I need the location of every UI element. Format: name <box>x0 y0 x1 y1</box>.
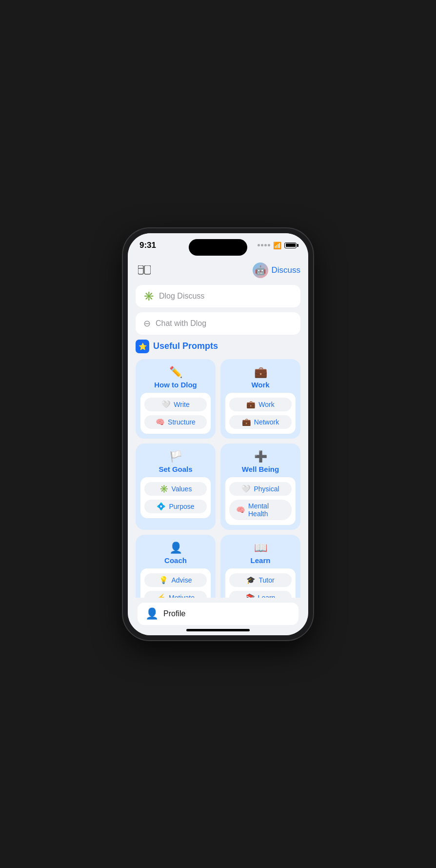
write-button[interactable]: 🤍 Write <box>144 398 207 411</box>
pencil-icon: ✏️ <box>169 366 182 379</box>
card-buttons: 🤍 Write 🧠 Structure <box>140 393 211 434</box>
dlog-discuss-search[interactable]: ✳️ Dlog Discuss <box>136 285 300 307</box>
profile-icon: 👤 <box>145 607 159 620</box>
card-header: 🏳️ Set Goals <box>140 450 211 473</box>
learn-card[interactable]: 📖 Learn 🎓 Tutor 📚 Learn <box>220 535 300 598</box>
chat-placeholder: Chat with Dlog <box>156 319 206 328</box>
card-title: Well Being <box>242 465 279 473</box>
discuss-button[interactable]: 🤖 Discuss <box>253 262 300 278</box>
prompts-grid: ✏️ How to Dlog 🤍 Write 🧠 Structure <box>136 359 300 598</box>
work-label: Work <box>258 401 274 408</box>
motivate-label: Motivate <box>169 594 195 598</box>
bottom-bar: 👤 Profile <box>128 598 308 635</box>
phone-screen: 9:31 📶 <box>128 233 308 635</box>
tutor-label: Tutor <box>258 576 274 584</box>
card-header: ➕ Well Being <box>225 450 296 473</box>
discuss-avatar: 🤖 <box>253 262 268 278</box>
card-header: 👤 Coach <box>140 542 211 565</box>
home-indicator <box>186 629 250 631</box>
status-icons: 📶 <box>258 242 297 249</box>
card-title: Coach <box>164 556 187 565</box>
brain-icon: 🧠 <box>236 505 245 514</box>
section-title: Useful Prompts <box>153 341 218 351</box>
work-card[interactable]: 💼 Work 💼 Work 💼 Network <box>220 359 300 439</box>
discuss-label: Discuss <box>271 265 300 275</box>
mental-health-label: Mental Health <box>248 502 285 518</box>
briefcase-icon: 💼 <box>254 366 267 379</box>
battery-icon <box>284 242 297 248</box>
card-title: Set Goals <box>159 465 192 473</box>
status-time: 9:31 <box>139 241 156 250</box>
card-title: Work <box>251 381 269 389</box>
dynamic-island <box>189 239 247 256</box>
chat-search[interactable]: ⊖ Chat with Dlog <box>136 312 300 335</box>
work-button[interactable]: 💼 Work <box>229 398 292 411</box>
card-buttons: 🎓 Tutor 📚 Learn <box>225 568 296 598</box>
purpose-label: Purpose <box>169 503 194 510</box>
books-icon: 📚 <box>246 593 255 598</box>
network-button[interactable]: 💼 Network <box>229 415 292 429</box>
medical-icon: ➕ <box>254 450 267 463</box>
flag-icon: 🏳️ <box>169 450 182 463</box>
card-title: How to Dlog <box>154 381 197 389</box>
svg-rect-1 <box>144 265 151 274</box>
card-buttons: 💼 Work 💼 Network <box>225 393 296 434</box>
sidebar-toggle-button[interactable] <box>136 262 153 279</box>
phone-frame: 9:31 📶 <box>123 228 313 640</box>
learn-label: Learn <box>258 594 276 598</box>
card-buttons: 💡 Advise ⚡ Motivate <box>140 568 211 598</box>
well-being-card[interactable]: ➕ Well Being 🤍 Physical 🧠 Mental Health <box>220 444 300 530</box>
top-bar: 🤖 Discuss <box>136 258 300 285</box>
structure-label: Structure <box>168 418 196 426</box>
tutor-button[interactable]: 🎓 Tutor <box>229 573 292 587</box>
card-header: 📖 Learn <box>225 542 296 565</box>
structure-button[interactable]: 🧠 Structure <box>144 415 207 429</box>
mental-health-button[interactable]: 🧠 Mental Health <box>229 500 292 520</box>
card-header: 💼 Work <box>225 366 296 389</box>
set-goals-card[interactable]: 🏳️ Set Goals ✳️ Values 💠 Purpose <box>136 444 216 530</box>
card-buttons: ✳️ Values 💠 Purpose <box>140 477 211 518</box>
learn-button[interactable]: 📚 Learn <box>229 591 292 598</box>
status-bar: 9:31 📶 <box>128 233 308 258</box>
network-icon: 💼 <box>242 418 251 426</box>
brain-icon: 🧠 <box>156 418 165 426</box>
profile-row[interactable]: 👤 Profile <box>138 603 298 625</box>
lightbulb-icon: 💡 <box>159 576 168 585</box>
advise-button[interactable]: 💡 Advise <box>144 573 207 587</box>
star-icon: ⭐ <box>136 340 149 353</box>
physical-button[interactable]: 🤍 Physical <box>229 482 292 496</box>
app-content[interactable]: 🤖 Discuss ✳️ Dlog Discuss ⊖ Chat with Dl… <box>128 258 308 598</box>
values-button[interactable]: ✳️ Values <box>144 482 207 496</box>
useful-prompts-header: ⭐ Useful Prompts <box>136 340 300 353</box>
dlog-discuss-placeholder: Dlog Discuss <box>159 292 204 301</box>
signal-icon <box>258 244 270 246</box>
heart-icon: 🤍 <box>241 484 251 493</box>
coach-card[interactable]: 👤 Coach 💡 Advise ⚡ Motivate <box>136 535 216 598</box>
chat-icon: ⊖ <box>143 318 151 329</box>
advise-label: Advise <box>171 576 192 584</box>
graduation-icon: 🎓 <box>246 576 256 585</box>
briefcase-icon: 💼 <box>246 400 256 409</box>
network-label: Network <box>254 418 279 426</box>
coach-icon: 👤 <box>169 542 182 554</box>
lightning-icon: ⚡ <box>157 593 166 598</box>
wifi-icon: 📶 <box>273 242 281 249</box>
values-label: Values <box>172 485 192 493</box>
values-icon: ✳️ <box>159 484 169 493</box>
profile-label: Profile <box>163 609 185 618</box>
sparkle-icon: ✳️ <box>143 291 154 302</box>
svg-rect-0 <box>138 265 143 274</box>
card-header: ✏️ How to Dlog <box>140 366 211 389</box>
write-label: Write <box>174 401 189 408</box>
physical-label: Physical <box>254 485 279 493</box>
motivate-button[interactable]: ⚡ Motivate <box>144 591 207 598</box>
purpose-icon: 💠 <box>157 502 166 511</box>
card-title: Learn <box>251 556 271 565</box>
heart-icon: 🤍 <box>161 400 171 409</box>
book-icon: 📖 <box>254 542 267 554</box>
card-buttons: 🤍 Physical 🧠 Mental Health <box>225 477 296 525</box>
purpose-button[interactable]: 💠 Purpose <box>144 500 207 513</box>
how-to-dlog-card[interactable]: ✏️ How to Dlog 🤍 Write 🧠 Structure <box>136 359 216 439</box>
